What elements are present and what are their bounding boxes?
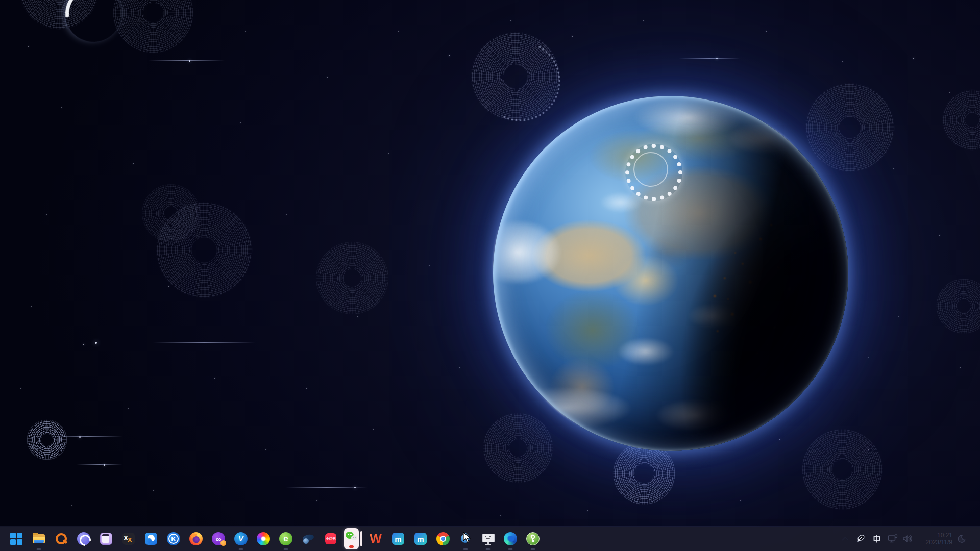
wallpaper-bright-ring-inner: [633, 152, 668, 187]
hidden-icons-button[interactable]: [838, 529, 852, 549]
chrome-icon: [436, 532, 450, 545]
satellite-tray-button[interactable]: [852, 529, 869, 549]
clock[interactable]: 10:21 2023/11/9: [917, 532, 952, 546]
k-app-button[interactable]: K: [162, 527, 185, 551]
eagle-app-button[interactable]: [140, 527, 162, 551]
xiaohongshu-label: 小红书: [326, 537, 336, 541]
x-orange-glyph: x: [128, 535, 132, 543]
purple-ring-icon: [77, 532, 90, 545]
maxthon-m-icon: m: [414, 532, 427, 545]
monitor-app-button[interactable]: [477, 527, 499, 551]
red-square-icon: 小红书: [324, 532, 337, 545]
ethernet-icon: [888, 534, 898, 543]
purple-box-app-button[interactable]: [95, 527, 117, 551]
running-indicator: [239, 548, 243, 550]
m-glyph: m: [414, 533, 427, 545]
maxthon-2-button[interactable]: m: [409, 527, 432, 551]
color-wheel-icon: [257, 532, 270, 545]
show-desktop-strip[interactable]: [972, 527, 975, 551]
color-wheel-app-button[interactable]: [252, 527, 275, 551]
wps-glyph: W: [369, 533, 382, 545]
purple-box-icon: [100, 532, 113, 545]
tray-time: 10:21: [937, 532, 952, 539]
k-circle-icon: K: [167, 532, 180, 545]
folder-icon: [32, 532, 45, 545]
running-indicator: [531, 548, 535, 550]
speaker-icon: [903, 535, 913, 543]
purple-ring-app-button[interactable]: [72, 527, 95, 551]
network-tray-button[interactable]: [885, 529, 900, 549]
maxthon-m-icon: m: [391, 532, 405, 545]
wps-office-button[interactable]: W: [364, 527, 387, 551]
v-glyph: V: [234, 532, 248, 545]
edge-button[interactable]: [499, 527, 522, 551]
running-indicator: [37, 548, 41, 550]
ime-indicator[interactable]: [869, 529, 885, 549]
running-indicator: [284, 548, 288, 550]
xiaohongshu-button[interactable]: 小红书: [320, 527, 342, 551]
browser-360-button[interactable]: e: [275, 527, 297, 551]
chevron-up-icon: [842, 537, 849, 541]
start-button[interactable]: [5, 527, 28, 551]
infinity-badge: [220, 540, 226, 546]
green-key-icon: [526, 532, 540, 545]
firefox-button[interactable]: [185, 527, 207, 551]
ime-zhong-icon: [872, 534, 881, 543]
wechat-small-bubble: [351, 535, 357, 540]
chrome-button[interactable]: [432, 527, 454, 551]
eagle-icon: [144, 532, 158, 545]
running-indicator: [486, 548, 491, 550]
m-glyph: m: [392, 533, 404, 545]
infinity-icon: ∞: [212, 532, 225, 545]
tencent-meeting-button[interactable]: [297, 527, 320, 551]
infinity-app-button[interactable]: ∞: [207, 527, 230, 551]
e-glyph: e: [279, 532, 292, 545]
k-glyph: K: [167, 532, 180, 545]
v-app-button[interactable]: V: [230, 527, 252, 551]
green-e-icon: e: [279, 532, 292, 545]
running-indicator: [463, 548, 468, 550]
volume-tray-button[interactable]: [900, 529, 915, 549]
edge-icon: [504, 532, 517, 545]
keepass-button[interactable]: [522, 527, 544, 551]
system-tray: 10:21 2023/11/9: [838, 527, 980, 551]
desktop: x x K ∞: [0, 0, 980, 551]
moon-icon: [957, 534, 966, 543]
wechat-side-pill: [360, 531, 362, 546]
x-app-button[interactable]: x x: [117, 527, 140, 551]
firefox-icon: [189, 532, 203, 545]
monitor-face-icon: [481, 532, 495, 545]
wechat-notification-dot: [349, 545, 354, 548]
file-explorer-button[interactable]: [28, 527, 50, 551]
windows-logo-icon: [10, 532, 23, 545]
wps-w-icon: W: [369, 532, 382, 545]
blue-swoosh-icon: [302, 532, 315, 545]
maxthon-1-button[interactable]: m: [387, 527, 409, 551]
wechat-bubbles-icon: [344, 528, 362, 549]
magnifier-icon: [55, 532, 68, 545]
taskbar: x x K ∞: [0, 527, 980, 551]
satellite-dish-icon: [855, 534, 866, 544]
tray-date: 2023/11/9: [926, 539, 953, 546]
v-circle-icon: V: [234, 532, 248, 545]
search-button[interactable]: [50, 527, 72, 551]
wechat-button[interactable]: [342, 527, 364, 551]
mouse-cursor: [462, 532, 473, 544]
double-x-icon: x x: [122, 532, 135, 545]
running-indicator: [508, 548, 513, 550]
focus-assist-button[interactable]: [954, 529, 969, 549]
